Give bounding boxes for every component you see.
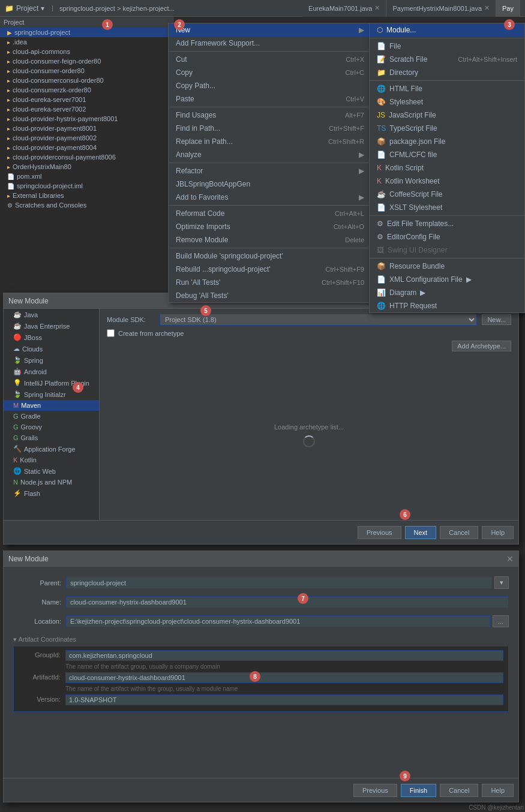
new-menu-directory[interactable]: 📁 Directory bbox=[370, 66, 524, 79]
context-menu-reformat[interactable]: Reformat Code Ctrl+Alt+L bbox=[169, 207, 371, 220]
tree-item-pom[interactable]: 📄 pom.xml bbox=[0, 172, 173, 181]
tree-item-feign[interactable]: ▸ cloud-consumer-feign-order80 bbox=[0, 56, 173, 66]
context-menu-rebuild[interactable]: Rebuild ...springcloud-project' Ctrl+Shi… bbox=[169, 263, 371, 276]
help-button[interactable]: Help bbox=[482, 526, 514, 539]
tree-item-api[interactable]: ▸ cloud-api-commons bbox=[0, 47, 173, 56]
left-item-flash[interactable]: ⚡ Flash bbox=[4, 488, 99, 499]
context-menu-find-usages[interactable]: Find Usages Alt+F7 bbox=[169, 109, 371, 122]
dialog2-help-button[interactable]: Help bbox=[482, 784, 514, 797]
tab-eureka-close[interactable]: ✕ bbox=[374, 4, 380, 12]
artifactid-input[interactable] bbox=[65, 672, 503, 683]
left-item-android[interactable]: 🤖 Android bbox=[4, 366, 99, 377]
new-menu-http[interactable]: 🌐 HTTP Request bbox=[370, 299, 524, 312]
new-menu-ts[interactable]: TS TypeScript File bbox=[370, 122, 524, 135]
add-archetype-button[interactable]: Add Archetype... bbox=[452, 341, 511, 351]
context-menu-paste[interactable]: Paste Ctrl+V bbox=[169, 92, 371, 106]
tab-pay[interactable]: Pay bbox=[496, 0, 520, 17]
context-menu-copy-path[interactable]: Copy Path... bbox=[169, 79, 371, 92]
context-menu-optimize[interactable]: Optimize Imports Ctrl+Alt+O bbox=[169, 220, 371, 233]
previous-button[interactable]: Previous bbox=[358, 526, 401, 539]
tree-item-order80[interactable]: ▸ cloud-consumer-order80 bbox=[0, 66, 173, 76]
left-item-kotlin[interactable]: K Kotlin bbox=[4, 455, 99, 465]
tab-payment-close[interactable]: ✕ bbox=[484, 4, 490, 12]
tree-item-zk-order[interactable]: ▸ cloud-consumerzk-order80 bbox=[0, 85, 173, 95]
tree-item-project[interactable]: ▶ springcloud-project bbox=[0, 28, 173, 37]
new-menu-xslt[interactable]: 📄 XSLT Stylesheet bbox=[370, 201, 524, 214]
dialog2-close-button[interactable]: ✕ bbox=[506, 554, 514, 564]
context-menu-find-path[interactable]: Find in Path... Ctrl+Shift+F bbox=[169, 122, 371, 135]
new-menu-resource-bundle[interactable]: 📦 Resource Bundle bbox=[370, 260, 524, 273]
left-item-maven[interactable]: M Maven bbox=[4, 400, 99, 411]
context-menu-favorites[interactable]: Add to Favorites ▶ bbox=[169, 191, 371, 204]
new-menu-cfml[interactable]: 📄 CFML/CFC file bbox=[370, 148, 524, 161]
context-menu-remove-module[interactable]: Remove Module Delete bbox=[169, 233, 371, 246]
tree-item-payment8001[interactable]: ▸ cloud-provider-payment8001 bbox=[0, 124, 173, 133]
artifact-section-title[interactable]: ▾ Artifact Coordinates bbox=[13, 636, 509, 643]
tree-item-consul-payment[interactable]: ▸ cloud-providerconsul-payment8006 bbox=[0, 152, 173, 162]
new-menu-html[interactable]: 🌐 HTML File bbox=[370, 82, 524, 95]
dialog2-previous-button[interactable]: Previous bbox=[353, 784, 397, 797]
location-browse-button[interactable]: ... bbox=[493, 615, 509, 627]
dropdown-arrow[interactable]: ▾ bbox=[41, 4, 44, 13]
context-menu-copy[interactable]: Copy Ctrl+C bbox=[169, 66, 371, 79]
left-item-nodejs[interactable]: N Node.js and NPM bbox=[4, 477, 99, 488]
next-button[interactable]: Next bbox=[405, 526, 437, 539]
new-menu-editorconfig[interactable]: ⚙ EditorConfig File bbox=[370, 230, 524, 243]
tree-item-consul-order[interactable]: ▸ cloud-consumerconsul-order80 bbox=[0, 76, 173, 85]
new-menu-js[interactable]: JS JavaScript File bbox=[370, 109, 524, 122]
version-input[interactable] bbox=[65, 694, 503, 705]
tree-item-hystrix-payment[interactable]: ▸ cloud-provider-hystrix-payment8001 bbox=[0, 114, 173, 124]
parent-input[interactable] bbox=[66, 576, 492, 589]
cancel-button[interactable]: Cancel bbox=[440, 526, 478, 539]
tree-item-eureka7001[interactable]: ▸ cloud-eureka-server7001 bbox=[0, 95, 173, 104]
context-menu-build[interactable]: Build Module 'springcloud-project' bbox=[169, 249, 371, 263]
parent-dropdown-button[interactable]: ▾ bbox=[494, 576, 509, 589]
tree-item-payment8004[interactable]: ▸ cloud-provider-payment8004 bbox=[0, 143, 173, 152]
groupid-input[interactable] bbox=[65, 650, 503, 661]
context-menu-refactor[interactable]: Refactor ▶ bbox=[169, 164, 371, 178]
tree-item-scratches[interactable]: ⚙ Scratches and Consoles bbox=[0, 200, 173, 210]
left-item-gradle[interactable]: G Gradle bbox=[4, 411, 99, 422]
new-menu-edit-templates[interactable]: ⚙ Edit File Templates... bbox=[370, 217, 524, 230]
context-menu-replace-path[interactable]: Replace in Path... Ctrl+Shift+R bbox=[169, 135, 371, 148]
left-item-java-enterprise[interactable]: ☕ Java Enterprise bbox=[4, 320, 99, 332]
context-menu-cut[interactable]: Cut Ctrl+X bbox=[169, 53, 371, 66]
dialog2-cancel-button[interactable]: Cancel bbox=[440, 784, 478, 797]
tree-item-external-libs[interactable]: ▸ External Libraries bbox=[0, 191, 173, 200]
new-menu-kotlin-worksheet[interactable]: K Kotlin Worksheet bbox=[370, 175, 524, 188]
context-menu-new[interactable]: New ▶ bbox=[169, 23, 371, 37]
tree-item-iml[interactable]: 📄 springcloud-project.iml bbox=[0, 181, 173, 191]
tree-item-payment8002[interactable]: ▸ cloud-provider-payment8002 bbox=[0, 133, 173, 143]
new-menu-diagram[interactable]: 📊 Diagram ▶ bbox=[370, 286, 524, 299]
tree-item-eureka7002[interactable]: ▸ cloud-eureka-server7002 bbox=[0, 104, 173, 114]
new-menu-xml-config[interactable]: 📄 XML Configuration File ▶ bbox=[370, 273, 524, 286]
left-item-jboss[interactable]: 🔴 JBoss bbox=[4, 332, 99, 343]
name-input[interactable] bbox=[66, 596, 509, 608]
left-item-spring[interactable]: 🍃 Spring bbox=[4, 354, 99, 366]
new-menu-coffeescript[interactable]: ☕ CoffeeScript File bbox=[370, 188, 524, 201]
context-menu-analyze[interactable]: Analyze ▶ bbox=[169, 148, 371, 161]
new-menu-kotlin-script[interactable]: K Kotlin Script bbox=[370, 161, 524, 175]
left-item-grails[interactable]: G Grails bbox=[4, 432, 99, 443]
tab-eureka[interactable]: EurekaMain7001.java ✕ bbox=[302, 0, 386, 17]
left-item-groovy[interactable]: G Groovy bbox=[4, 422, 99, 432]
tree-item-orderhystrix[interactable]: ▸ OrderHystrixMain80 bbox=[0, 162, 173, 172]
context-menu-add-framework[interactable]: Add Framework Support... bbox=[169, 37, 371, 50]
new-menu-scratch[interactable]: 📝 Scratch File Ctrl+Alt+Shift+Insert bbox=[370, 53, 524, 66]
context-menu-debug-tests[interactable]: Debug 'All Tests' bbox=[169, 289, 371, 302]
tab-payment[interactable]: PaymentHystrixMain8001.java ✕ bbox=[386, 0, 496, 17]
location-input[interactable] bbox=[66, 615, 490, 627]
left-item-clouds[interactable]: ☁ Clouds bbox=[4, 343, 99, 354]
context-menu-run-tests[interactable]: Run 'All Tests' Ctrl+Shift+F10 bbox=[169, 276, 371, 289]
finish-button[interactable]: Finish bbox=[401, 784, 436, 797]
create-from-archetype-checkbox[interactable] bbox=[107, 329, 115, 337]
tree-item-idea[interactable]: ▸ .idea bbox=[0, 37, 173, 47]
new-menu-package-json[interactable]: 📦 package.json File bbox=[370, 135, 524, 148]
left-item-static-web[interactable]: 🌐 Static Web bbox=[4, 465, 99, 477]
left-item-java[interactable]: ☕ Java bbox=[4, 309, 99, 320]
context-menu-jbl[interactable]: JBLSpringBootAppGen bbox=[169, 178, 371, 191]
left-item-app-forge[interactable]: 🔨 Application Forge bbox=[4, 443, 99, 455]
new-menu-css[interactable]: 🎨 Stylesheet bbox=[370, 95, 524, 109]
new-menu-file[interactable]: 📄 File bbox=[370, 40, 524, 53]
sdk-new-button[interactable]: New... bbox=[482, 314, 511, 325]
